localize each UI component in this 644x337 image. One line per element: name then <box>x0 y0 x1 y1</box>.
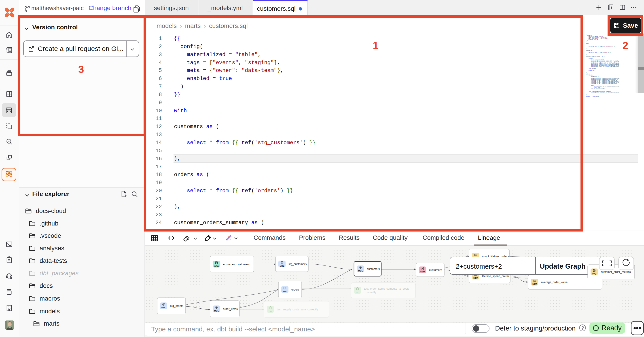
svg-text:MET: MET <box>474 277 478 279</box>
svg-text:test_supply_costs_sum_correctl: test_supply_costs_sum_correctly <box>277 308 318 311</box>
svg-text:MET: MET <box>532 283 537 285</box>
svg-text:MDL: MDL <box>280 265 284 267</box>
svg-text:MDL: MDL <box>162 306 166 309</box>
svg-text:Update Graph: Update Graph <box>540 262 586 270</box>
svg-text:stg_customers: stg_customers <box>288 263 306 266</box>
svg-text:SVQ: SVQ <box>592 272 596 275</box>
svg-text:customer_order_metrics: customer_order_metrics <box>600 270 631 274</box>
svg-text:test_order_items_compute_to_bo: test_order_items_compute_to_bools <box>364 287 409 290</box>
svg-text:stg_orders: stg_orders <box>170 304 183 308</box>
svg-text:ecom.raw_customers: ecom.raw_customers <box>223 263 250 266</box>
svg-text:TST: TST <box>356 291 360 294</box>
svg-text:MDL: MDL <box>283 290 287 293</box>
svg-text:2+customers+2: 2+customers+2 <box>456 263 502 270</box>
svg-text:_correctly: _correctly <box>364 291 376 294</box>
svg-text:TST: TST <box>268 310 272 313</box>
svg-text:customers: customers <box>367 268 380 271</box>
svg-text:MDL: MDL <box>214 310 219 312</box>
svg-text:average_order_value: average_order_value <box>541 281 568 284</box>
svg-text:MDL: MDL <box>358 270 363 272</box>
svg-text:customers: customers <box>429 268 442 272</box>
svg-text:orders: orders <box>291 288 299 291</box>
svg-text:SRC: SRC <box>214 265 219 267</box>
svg-text:SEM: SEM <box>420 270 425 273</box>
svg-text:lifetime_spend_pretax: lifetime_spend_pretax <box>482 275 510 278</box>
svg-text:order_items: order_items <box>223 308 238 311</box>
